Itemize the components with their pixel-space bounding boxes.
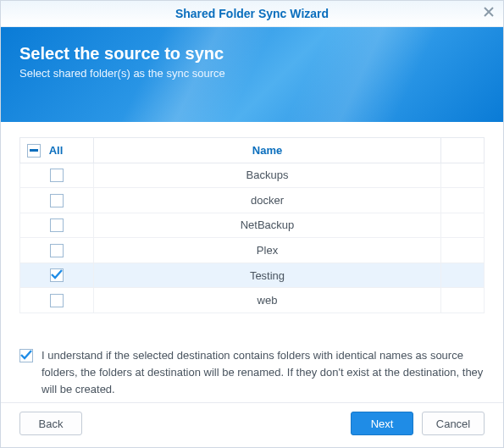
row-spacer	[441, 213, 485, 238]
table-row[interactable]: Backups	[20, 163, 485, 188]
row-checkbox[interactable]	[50, 169, 64, 182]
row-checkbox-cell	[20, 238, 94, 263]
table-row[interactable]: Testing	[20, 263, 485, 288]
col-header-name[interactable]: Name	[94, 138, 441, 163]
row-checkbox[interactable]	[50, 244, 64, 257]
ack-checkbox[interactable]	[19, 349, 33, 362]
back-button[interactable]: Back	[19, 412, 82, 435]
col-header-spacer	[441, 138, 485, 163]
titlebar: Shared Folder Sync Wizard	[1, 1, 503, 27]
table-row[interactable]: NetBackup	[20, 213, 485, 238]
page-title: Select the source to sync	[19, 44, 485, 64]
row-name: Testing	[94, 263, 441, 288]
row-checkbox[interactable]	[50, 194, 64, 207]
row-checkbox-cell	[20, 188, 94, 213]
close-icon[interactable]	[483, 6, 495, 20]
table-row[interactable]: Plex	[20, 238, 485, 263]
row-spacer	[441, 163, 485, 188]
row-name: Plex	[94, 238, 441, 263]
row-name: web	[94, 288, 441, 313]
ack-text: I understand if the selected destination…	[42, 347, 485, 398]
row-checkbox-cell	[20, 288, 94, 313]
hero-banner: Select the source to sync Select shared …	[1, 27, 503, 122]
row-name: Backups	[94, 163, 441, 188]
row-checkbox[interactable]	[50, 268, 64, 282]
col-header-all[interactable]: All	[20, 138, 94, 163]
ack-row: I understand if the selected destination…	[19, 347, 485, 398]
row-spacer	[441, 288, 485, 313]
row-checkbox[interactable]	[50, 294, 64, 307]
row-checkbox[interactable]	[50, 218, 64, 232]
table-row[interactable]: docker	[20, 188, 485, 213]
wizard-window: Shared Folder Sync Wizard Select the sou…	[0, 0, 504, 448]
cancel-button[interactable]: Cancel	[422, 412, 485, 435]
row-spacer	[441, 188, 485, 213]
content-area: All Name BackupsdockerNetBackupPlexTesti…	[1, 122, 503, 402]
page-subtitle: Select shared folder(s) as the sync sour…	[19, 67, 485, 80]
row-spacer	[441, 238, 485, 263]
row-checkbox-cell	[20, 263, 94, 288]
row-spacer	[441, 263, 485, 288]
next-button[interactable]: Next	[351, 412, 413, 435]
select-all-checkbox[interactable]	[27, 144, 41, 158]
row-checkbox-cell	[20, 213, 94, 238]
window-title: Shared Folder Sync Wizard	[175, 7, 329, 20]
folder-table: All Name BackupsdockerNetBackupPlexTesti…	[19, 137, 485, 313]
table-row[interactable]: web	[20, 288, 485, 313]
col-header-all-label: All	[49, 144, 64, 157]
footer: Back Next Cancel	[1, 402, 503, 447]
row-name: NetBackup	[94, 213, 441, 238]
row-name: docker	[94, 188, 441, 213]
row-checkbox-cell	[20, 163, 94, 188]
